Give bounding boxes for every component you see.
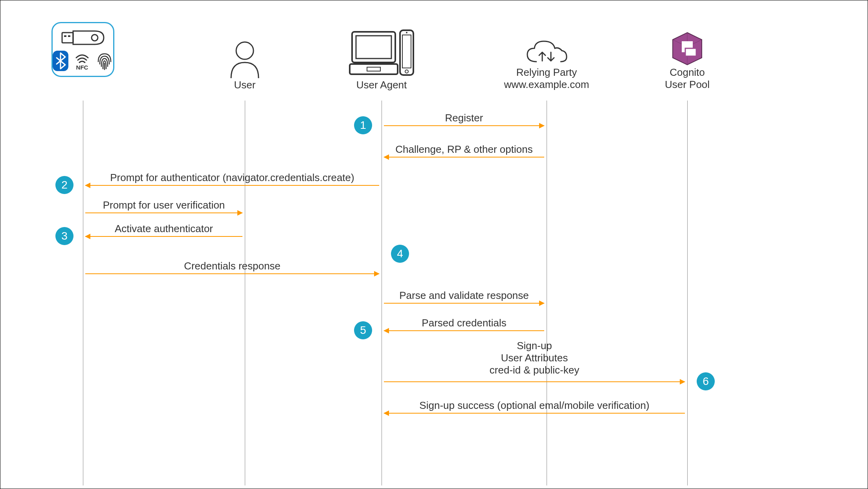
lifeline-useragent bbox=[382, 101, 382, 485]
sequence-diagram: NFC User bbox=[0, 0, 868, 489]
message-label: Credentials response bbox=[85, 260, 379, 272]
message-label: Register bbox=[384, 112, 544, 124]
svg-point-3 bbox=[92, 35, 98, 41]
participant-cognito: Cognito User Pool bbox=[652, 31, 723, 91]
usb-key-icon bbox=[61, 28, 105, 48]
message-label: Sign-up success (optional emal/mobile ve… bbox=[384, 399, 685, 412]
step-badge: 5 bbox=[354, 321, 372, 339]
participant-user: User bbox=[221, 40, 268, 91]
message-arrow bbox=[384, 303, 544, 304]
step-badge: 4 bbox=[391, 245, 409, 263]
message-arrow bbox=[384, 330, 544, 331]
participant-relyingparty: Relying Party www.example.com bbox=[503, 39, 590, 91]
svg-rect-0 bbox=[62, 33, 73, 43]
step-badge: 1 bbox=[354, 116, 372, 134]
svg-text:NFC: NFC bbox=[76, 64, 88, 71]
useragent-icon bbox=[348, 28, 415, 79]
cognito-icon bbox=[670, 31, 705, 66]
message-arrow bbox=[85, 212, 242, 213]
message-label: Prompt for authenticator (navigator.cred… bbox=[85, 172, 379, 184]
participant-relyingparty-label2: www.example.com bbox=[503, 79, 590, 91]
message-arrow bbox=[384, 381, 685, 382]
participant-user-label: User bbox=[221, 79, 268, 91]
participant-useragent: User Agent bbox=[346, 28, 417, 91]
authenticator-icon-group: NFC bbox=[51, 22, 114, 77]
lifeline-user bbox=[245, 101, 245, 485]
svg-rect-12 bbox=[402, 35, 411, 68]
svg-rect-2 bbox=[68, 35, 70, 37]
svg-rect-16 bbox=[685, 48, 696, 56]
message-label: Challenge, RP & other options bbox=[384, 143, 544, 156]
nfc-icon: NFC bbox=[72, 51, 92, 71]
bluetooth-icon bbox=[53, 51, 68, 71]
message-arrow bbox=[85, 273, 379, 274]
svg-point-6 bbox=[236, 42, 253, 59]
message-arrow bbox=[384, 413, 685, 414]
cloud-icon bbox=[525, 39, 568, 66]
lifeline-authenticator bbox=[83, 101, 83, 485]
user-icon bbox=[227, 40, 262, 79]
message-arrow bbox=[384, 125, 544, 126]
svg-rect-10 bbox=[367, 67, 380, 71]
fingerprint-icon bbox=[96, 51, 113, 71]
svg-point-13 bbox=[405, 70, 408, 73]
svg-rect-1 bbox=[64, 35, 66, 37]
participant-useragent-label: User Agent bbox=[346, 79, 417, 91]
message-label: Activate authenticator bbox=[85, 223, 242, 235]
message-arrow bbox=[384, 157, 544, 158]
lifeline-cognito bbox=[687, 101, 688, 485]
participant-cognito-label2: User Pool bbox=[652, 79, 723, 91]
svg-point-14 bbox=[406, 32, 407, 33]
message-arrow bbox=[85, 236, 242, 237]
message-label: Sign-upUser Attributescred-id & public-k… bbox=[384, 340, 685, 376]
svg-rect-8 bbox=[356, 36, 391, 59]
message-arrow bbox=[85, 185, 379, 186]
svg-rect-9 bbox=[350, 64, 398, 74]
step-badge: 2 bbox=[55, 176, 73, 194]
participant-relyingparty-label1: Relying Party bbox=[503, 66, 590, 79]
participant-cognito-label1: Cognito bbox=[652, 66, 723, 79]
message-label: Parsed credentials bbox=[384, 317, 544, 329]
message-label: Prompt for user verification bbox=[85, 199, 242, 211]
lifeline-relyingparty bbox=[547, 101, 547, 485]
participant-authenticator: NFC bbox=[51, 22, 114, 77]
step-badge: 3 bbox=[55, 227, 73, 245]
step-badge: 6 bbox=[697, 372, 715, 390]
svg-rect-7 bbox=[352, 32, 395, 62]
message-label: Parse and validate response bbox=[384, 289, 544, 302]
